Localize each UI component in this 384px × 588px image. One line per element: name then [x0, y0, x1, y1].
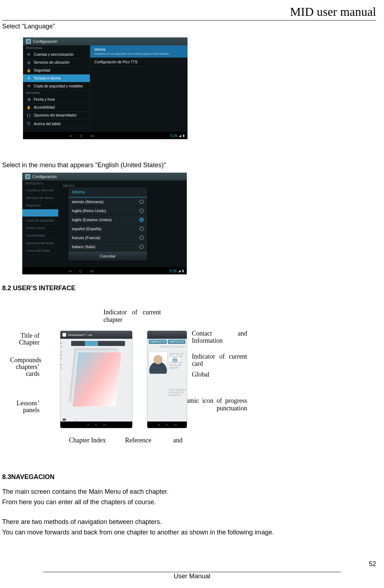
annotation-title-chapter: Title of Chapter [10, 332, 40, 346]
home-icon[interactable]: ◇ [80, 133, 83, 138]
back-icon[interactable]: ◅ [69, 133, 72, 138]
radio-icon [139, 209, 144, 213]
group-sistema-label: SISTEMA [23, 90, 90, 96]
sidebar-item-servicios: Servicios de ubicac [22, 194, 58, 202]
option-aleman[interactable]: alemán (Alemania) [68, 197, 147, 206]
sidebar-item-label: Fecha y hora [34, 97, 55, 101]
caption-paneles: Paneles de lecciones [60, 363, 63, 370]
option-idioma[interactable]: Idioma Establece la voz específica de un… [90, 45, 188, 58]
app-logo-icon [63, 333, 66, 337]
chapter-card-stack[interactable] [73, 352, 121, 406]
recents-icon[interactable]: ▭ [91, 133, 94, 138]
document-title: MID user manual [2, 5, 376, 20]
clock-icon: ◔ [27, 97, 31, 101]
chip-capitulo-10[interactable]: CAPÍTULO 10 [149, 339, 167, 344]
settings-sidebar: PERSONAL ⟳Cuentas y sincronización ◎Serv… [23, 45, 90, 128]
window-title: Configuración [32, 174, 57, 179]
instruction-select-english: Select in the menu that appears "English… [2, 161, 376, 169]
option-it[interactable]: italiano (Italia) [68, 242, 147, 251]
radio-icon [139, 200, 144, 204]
back-icon[interactable]: ◅ [157, 423, 160, 427]
sidebar-item-teclado[interactable]: ATeclado e idioma [23, 74, 90, 82]
lock-icon: 🔒 [27, 68, 31, 72]
home-icon[interactable]: ◇ [166, 423, 168, 427]
sidebar-item-label: Copia de seguridad y restablec [34, 84, 83, 88]
para-main-menu: The main screen contains the Main Menu o… [2, 488, 376, 496]
annotation-indicator-card: Indicator of current card [192, 353, 247, 368]
screenshot-settings-language: ⚙ Configuración PERSONAL ⟳Cuentas y sinc… [23, 37, 188, 139]
sidebar-item-fecha[interactable]: ◔Fecha y hora [23, 96, 90, 104]
option-uk[interactable]: inglés (Reino Unido) [68, 206, 147, 215]
option-us[interactable]: inglés (Estados Unidos) [68, 215, 147, 224]
caption-puntuacion: Puntuación Global del capítulo [170, 361, 186, 369]
heading-navegacion: 8.3NAVEGACION [2, 473, 376, 481]
caption-icono: Icono dinámico de progreso y puntuación [169, 388, 187, 396]
sidebar-item-accesibilidad[interactable]: ✋Accesibilidad [23, 104, 90, 111]
annotation-contact: Contact and Information [192, 330, 247, 345]
sidebar-item-cuentas[interactable]: ⟳Cuentas y sincronización [23, 51, 90, 59]
radio-icon [139, 236, 144, 240]
language-dialog: Idioma alemán (Alemania) inglés (Reino U… [68, 187, 147, 261]
para-two-methods: There are two methods of navigation betw… [2, 518, 376, 526]
home-icon[interactable]: ◇ [95, 423, 97, 427]
option-label: italiano (Italia) [72, 245, 95, 249]
option-label: francés (Francia) [72, 236, 100, 240]
sidebar-item-label: Servicios de ubicación [34, 60, 70, 64]
sidebar-item-copia[interactable]: ⟲Copia de seguridad y restablec [23, 82, 90, 90]
window-titlebar: ⚙ Configuración [22, 173, 187, 181]
sidebar-item-accesibilidad: Accesibilidad [22, 232, 58, 240]
hand-icon: ✋ [27, 105, 31, 109]
page-number: 52 [369, 560, 376, 568]
camera-icon: 📷 [63, 418, 66, 421]
option-label: Idioma [94, 47, 105, 51]
caption-indicador-ficha: Indicador de ficha actual [170, 352, 186, 358]
app-titlebar: MosaTeacher™ - List [60, 331, 132, 339]
annotation-lessons: Lessons’ panels [10, 400, 40, 414]
sidebar-item-label: Acerca del tablet [34, 122, 61, 126]
android-navbar: ◅ ◇ ▭ [60, 421, 132, 428]
screenshot-language-dialog: ⚙ Configuración PERSONAL Cuentas y sincr… [22, 173, 187, 274]
app-screenshot-chapter-detail: CAPÍTULO 10 CAPÍTULO 12 Contacto e infor… [147, 331, 187, 428]
window-title: Configuración [33, 39, 57, 44]
sidebar-item-seguridad: Seguridad [22, 202, 58, 209]
sidebar-item-opciones[interactable]: { }Opciones del desarrollador [23, 111, 90, 119]
chapter-tabs[interactable] [71, 341, 125, 346]
settings-main-pane: Idioma Establece la voz específica de un… [90, 45, 188, 128]
sidebar-item-opciones: Opciones del desar [22, 240, 58, 247]
recents-icon[interactable]: ▭ [174, 423, 177, 427]
status-ribbon: 📷 7:55 ◢ [60, 417, 132, 421]
chip-capitulo-12[interactable]: CAPÍTULO 12 [168, 339, 186, 344]
option-label: inglés (Reino Unido) [72, 209, 106, 213]
option-pico[interactable]: Configuración de Pico TTS [90, 58, 188, 67]
wifi-icon: ◢ [179, 134, 181, 137]
dialog-title: Idioma [68, 187, 147, 197]
recents-icon[interactable]: ▭ [90, 269, 93, 273]
sidebar-item-fecha: Fecha y hora [22, 224, 58, 232]
settings-icon: ⚙ [26, 39, 31, 44]
sidebar-item-copia: Copia de seguridad [22, 217, 58, 224]
wifi-icon: ◢ [178, 269, 181, 273]
option-fr[interactable]: francés (Francia) [68, 233, 147, 242]
sync-icon: ⟳ [27, 53, 31, 56]
info-icon: ⓘ [27, 121, 31, 126]
back-icon[interactable]: ◅ [87, 423, 89, 427]
home-icon[interactable]: ◇ [79, 269, 82, 273]
sidebar-item-servicios[interactable]: ◎Servicios de ubicación [23, 59, 90, 67]
back-icon[interactable]: ◅ [68, 269, 71, 273]
recents-icon[interactable]: ▭ [103, 423, 106, 427]
location-icon: ◎ [27, 60, 31, 64]
android-navbar: ◅ ◇ ▭ [147, 421, 187, 428]
cancel-button[interactable]: Cancelar [68, 251, 147, 261]
sidebar-item-seguridad[interactable]: 🔒Seguridad [23, 67, 90, 74]
status-clock: 5:26 [170, 269, 177, 273]
sidebar-item-label: Opciones del desarrollador [34, 113, 77, 117]
sidebar-item-label: Teclado e idioma [34, 76, 61, 80]
option-es[interactable]: español (España) [68, 224, 147, 233]
radio-icon [139, 227, 144, 231]
sidebar-item-label: Seguridad [34, 68, 50, 72]
para-forwards-back: You can move forwards and back from one … [2, 529, 376, 536]
sidebar-item-acerca[interactable]: ⓘAcerca del tablet [23, 119, 90, 128]
app-titlebar [147, 331, 187, 339]
wifi-icon: ◢ [75, 418, 77, 421]
sidebar-item-label: Cuentas y sincronización [34, 53, 74, 56]
